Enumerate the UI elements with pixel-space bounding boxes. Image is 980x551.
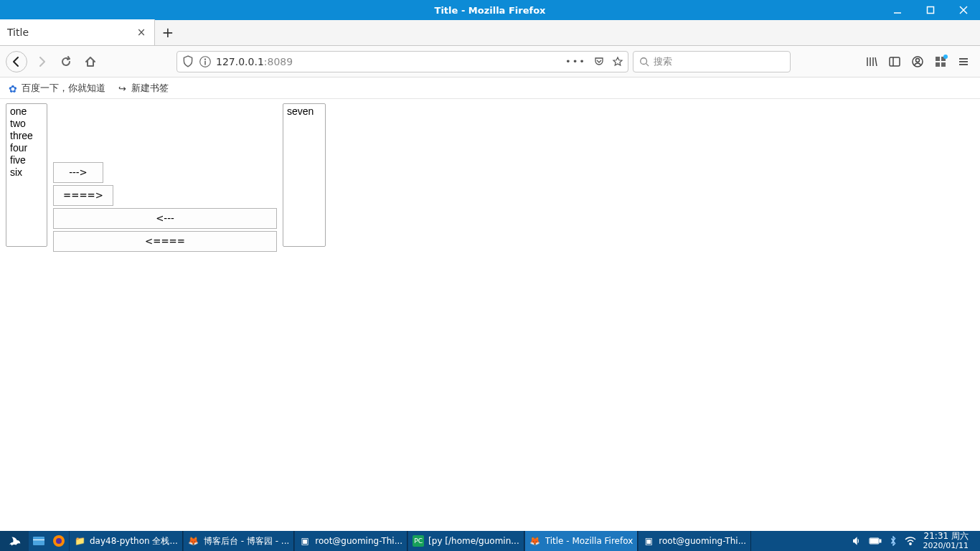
- forward-button[interactable]: [32, 52, 52, 72]
- task-label: 博客后台 - 博客园 - ...: [204, 535, 289, 547]
- move-left-button[interactable]: [53, 208, 277, 229]
- terminal-icon: ▣: [643, 535, 654, 547]
- svg-line-12: [875, 57, 877, 66]
- extensions-icon[interactable]: [934, 55, 947, 68]
- window-titlebar: Title - Mozilla Firefox: [0, 0, 980, 20]
- list-item[interactable]: seven: [286, 105, 323, 118]
- tab-title: Title: [7, 27, 136, 38]
- task-label: root@guoming-Thi...: [315, 536, 402, 546]
- reload-button[interactable]: [56, 52, 76, 72]
- close-tab-button[interactable]: ×: [136, 27, 147, 38]
- maximize-button[interactable]: [914, 0, 947, 20]
- reader-pocket-icon[interactable]: [593, 56, 605, 67]
- move-all-right-button[interactable]: [53, 185, 113, 206]
- bookmark-baidu-label: 百度一下，你就知道: [22, 82, 105, 95]
- search-placeholder: 搜索: [654, 55, 672, 68]
- list-item[interactable]: five: [9, 154, 44, 166]
- bookmark-star-icon[interactable]: [612, 56, 623, 67]
- bookmark-new-label: 新建书签: [131, 82, 169, 95]
- svg-rect-1: [928, 7, 934, 14]
- sidebar-icon[interactable]: [888, 55, 901, 68]
- volume-icon[interactable]: [852, 536, 862, 546]
- system-tray: 21:31 周六 2020/01/11: [846, 532, 980, 550]
- folder-icon: 📁: [74, 535, 85, 547]
- svg-point-7: [641, 57, 647, 64]
- list-item[interactable]: three: [9, 130, 44, 142]
- window-controls: [881, 0, 980, 20]
- account-icon[interactable]: [911, 55, 924, 68]
- library-icon[interactable]: [865, 55, 878, 68]
- task-folder[interactable]: 📁day48-python 全栈...: [69, 531, 183, 551]
- firefox-icon: 🦊: [529, 535, 541, 547]
- clock-date: 2020/01/11: [923, 542, 969, 550]
- clock-time: 21:31 周六: [923, 532, 969, 541]
- clock[interactable]: 21:31 周六 2020/01/11: [923, 532, 974, 550]
- left-select[interactable]: onetwothreefourfivesix: [6, 103, 47, 247]
- task-label: root@guoming-Thi...: [659, 536, 746, 546]
- battery-icon[interactable]: [869, 537, 882, 545]
- list-item[interactable]: one: [9, 105, 44, 118]
- back-button[interactable]: [6, 51, 27, 72]
- task-pycharm[interactable]: PC[py [/home/guomin...: [407, 531, 524, 551]
- nav-toolbar: 127.0.0.1:8089 ••• 搜索: [0, 46, 980, 77]
- new-tab-button[interactable]: +: [155, 19, 181, 45]
- transfer-buttons: [53, 162, 277, 254]
- generic-favicon: ↪: [118, 83, 128, 93]
- svg-point-16: [916, 58, 920, 62]
- task-firefox-active[interactable]: 🦊Title - Mozilla Firefox: [524, 531, 639, 551]
- url-host: 127.0.0.1: [216, 56, 264, 67]
- list-item[interactable]: two: [9, 118, 44, 130]
- start-menu-button[interactable]: [0, 531, 29, 551]
- bookmark-new[interactable]: ↪新建书签: [118, 82, 169, 95]
- url-text[interactable]: 127.0.0.1:8089: [216, 56, 561, 67]
- svg-rect-19: [936, 62, 940, 67]
- url-actions: •••: [565, 56, 623, 67]
- wifi-icon[interactable]: [905, 536, 916, 546]
- svg-line-8: [646, 63, 649, 66]
- svg-rect-29: [880, 540, 881, 542]
- bluetooth-icon[interactable]: [889, 536, 897, 546]
- tracking-shield-icon[interactable]: [182, 55, 194, 68]
- list-item[interactable]: six: [9, 166, 44, 179]
- svg-rect-25: [33, 540, 44, 540]
- list-item[interactable]: four: [9, 142, 44, 154]
- right-select[interactable]: seven: [283, 103, 326, 247]
- svg-rect-13: [890, 57, 900, 66]
- search-icon: [639, 57, 649, 67]
- page-actions-icon[interactable]: •••: [565, 56, 586, 67]
- quick-launch-files[interactable]: [29, 531, 49, 551]
- page-content: onetwothreefourfivesix seven: [0, 99, 980, 531]
- svg-rect-20: [941, 62, 946, 67]
- toolbar-right: [865, 55, 974, 68]
- firefox-icon: 🦊: [188, 535, 199, 547]
- svg-rect-30: [870, 539, 878, 543]
- browser-tab[interactable]: Title ×: [0, 19, 155, 45]
- menu-icon[interactable]: [957, 55, 970, 68]
- quick-launch-firefox[interactable]: [49, 531, 69, 551]
- move-all-left-button[interactable]: [53, 231, 277, 252]
- move-right-button[interactable]: [53, 162, 103, 183]
- tab-bar: Title × +: [0, 20, 980, 46]
- url-bar[interactable]: 127.0.0.1:8089 •••: [176, 51, 628, 72]
- task-terminal-2[interactable]: ▣root@guoming-Thi...: [638, 531, 751, 551]
- bookmark-baidu[interactable]: ✿百度一下，你就知道: [9, 82, 105, 95]
- task-label: Title - Mozilla Firefox: [545, 536, 633, 546]
- svg-rect-6: [204, 60, 206, 65]
- window-title: Title - Mozilla Firefox: [435, 5, 546, 16]
- search-bar[interactable]: 搜索: [633, 51, 791, 72]
- home-button[interactable]: [80, 52, 100, 72]
- url-port: :8089: [264, 56, 293, 67]
- taskbar: 📁day48-python 全栈... 🦊博客后台 - 博客园 - ... ▣r…: [0, 531, 980, 551]
- close-window-button[interactable]: [947, 0, 980, 20]
- svg-point-5: [204, 58, 206, 60]
- task-terminal-1[interactable]: ▣root@guoming-Thi...: [294, 531, 407, 551]
- minimize-button[interactable]: [881, 0, 914, 20]
- site-info-icon[interactable]: [199, 55, 212, 68]
- task-firefox-1[interactable]: 🦊博客后台 - 博客园 - ...: [183, 531, 294, 551]
- svg-point-27: [56, 538, 62, 544]
- pycharm-icon: PC: [413, 535, 424, 547]
- task-label: [py [/home/guomin...: [428, 536, 519, 546]
- svg-rect-24: [33, 537, 44, 545]
- bookmarks-bar: ✿百度一下，你就知道 ↪新建书签: [0, 77, 980, 99]
- terminal-icon: ▣: [299, 535, 311, 547]
